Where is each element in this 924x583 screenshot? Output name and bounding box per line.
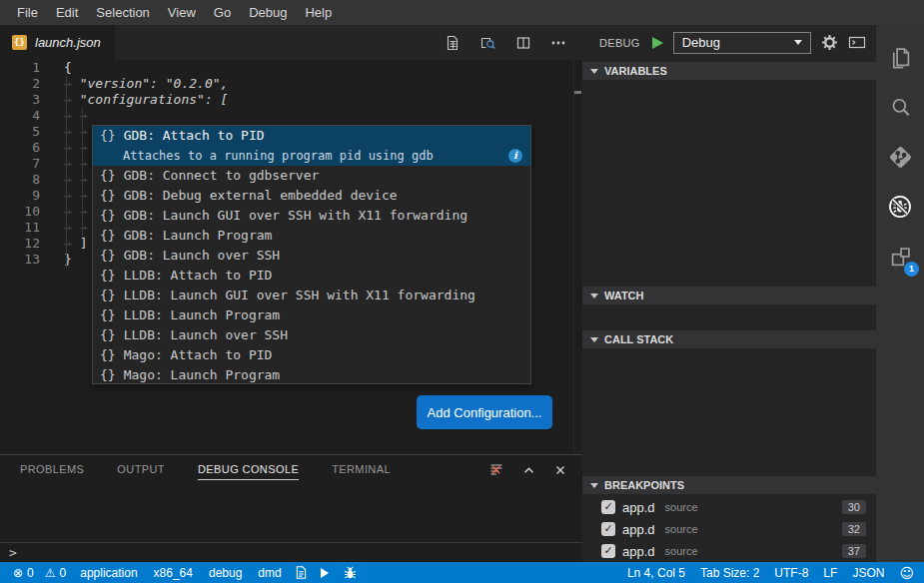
whitespace-arrows: → → bbox=[64, 140, 95, 155]
breakpoint-row[interactable]: ✓app.dsource30 bbox=[582, 496, 876, 518]
breakpoint-row[interactable]: ✓app.dsource32 bbox=[582, 518, 876, 540]
snippet-icon: {} bbox=[100, 228, 116, 244]
suggest-item[interactable]: {}GDB: Launch Program bbox=[93, 226, 530, 246]
suggest-item-label: GDB: Debug external embedded device bbox=[124, 188, 398, 204]
debug-console-input[interactable]: > bbox=[0, 542, 582, 562]
debug-icon[interactable] bbox=[876, 182, 924, 232]
breakpoint-checkbox[interactable]: ✓ bbox=[601, 522, 615, 536]
suggest-item-label: LLDB: Attach to PID bbox=[124, 268, 273, 284]
more-actions-icon[interactable] bbox=[550, 35, 566, 51]
menu-item-selection[interactable]: Selection bbox=[87, 5, 158, 20]
document-grid-icon[interactable] bbox=[445, 35, 461, 51]
open-debug-console-icon[interactable] bbox=[848, 35, 866, 50]
editor-line[interactable]: 4→ → bbox=[0, 108, 582, 124]
suggest-item[interactable]: {}LLDB: Launch GUI over SSH with X11 for… bbox=[93, 286, 530, 305]
whitespace-arrows: → → bbox=[64, 188, 95, 203]
suggest-item[interactable]: {}GDB: Connect to gdbserver bbox=[93, 166, 530, 186]
maximize-panel-icon[interactable] bbox=[521, 463, 536, 481]
suggest-item[interactable]: {}LLDB: Launch over SSH bbox=[93, 325, 530, 345]
status-item-debug[interactable]: debug bbox=[209, 566, 242, 580]
section-label: BREAKPOINTS bbox=[604, 479, 684, 491]
configure-gear-icon[interactable] bbox=[821, 34, 838, 51]
suggest-item[interactable]: {}GDB: Launch over SSH bbox=[93, 246, 530, 266]
breakpoint-checkbox[interactable]: ✓ bbox=[601, 544, 615, 558]
section-variables[interactable]: VARIABLES bbox=[582, 62, 876, 80]
suggest-item[interactable]: {}GDB: Launch GUI over SSH with X11 forw… bbox=[93, 206, 530, 226]
console-prompt: > bbox=[9, 545, 17, 560]
panel-tab-terminal[interactable]: TERMINAL bbox=[332, 463, 391, 480]
menu-item-view[interactable]: View bbox=[159, 5, 205, 20]
add-configuration-button[interactable]: Add Configuration... bbox=[417, 395, 552, 429]
chevron-down-icon bbox=[794, 40, 802, 45]
editor-line[interactable]: 3→ "configurations": [ bbox=[0, 92, 582, 108]
suggest-item[interactable]: {}GDB: Debug external embedded device bbox=[93, 186, 530, 206]
menu-item-debug[interactable]: Debug bbox=[240, 5, 296, 20]
status-item-dmd[interactable]: dmd bbox=[258, 566, 281, 580]
editor-line[interactable]: 2→ "version": "0.2.0", bbox=[0, 76, 582, 92]
explorer-icon[interactable] bbox=[876, 32, 924, 82]
suggest-item[interactable]: {}Mago: Attach to PID bbox=[93, 345, 530, 365]
menu-item-file[interactable]: File bbox=[8, 5, 47, 20]
status-item-tab-size-2[interactable]: Tab Size: 2 bbox=[700, 566, 759, 580]
line-content: → → bbox=[40, 188, 95, 204]
workbench: {} launch.json bbox=[0, 25, 924, 562]
menu-item-go[interactable]: Go bbox=[205, 5, 240, 20]
line-number: 1 bbox=[0, 60, 40, 76]
panel-tab-problems[interactable]: PROBLEMS bbox=[20, 463, 84, 480]
breakpoint-type: source bbox=[665, 501, 698, 513]
breakpoint-checkbox[interactable]: ✓ bbox=[601, 500, 615, 514]
feedback-smiley-icon[interactable]: ☺ bbox=[899, 565, 914, 581]
run-icon[interactable] bbox=[321, 568, 329, 578]
start-debugging-icon[interactable] bbox=[652, 37, 663, 49]
section-watch[interactable]: WATCH bbox=[582, 287, 876, 304]
selected-configuration: Debug bbox=[682, 35, 720, 50]
line-number: 5 bbox=[0, 124, 40, 140]
menu-item-help[interactable]: Help bbox=[296, 5, 341, 20]
status-item-ln-4-col-5[interactable]: Ln 4, Col 5 bbox=[627, 566, 685, 580]
suggest-item[interactable]: {}Mago: Launch Program bbox=[93, 365, 530, 385]
panel-tab-debug-console[interactable]: DEBUG CONSOLE bbox=[198, 463, 299, 480]
status-item-utf-8[interactable]: UTF-8 bbox=[774, 566, 808, 580]
clear-console-icon[interactable] bbox=[488, 462, 504, 482]
status-item-x86_64[interactable]: x86_64 bbox=[154, 566, 193, 580]
error-icon: ⊗ bbox=[13, 566, 23, 580]
menu-item-edit[interactable]: Edit bbox=[47, 5, 87, 20]
breakpoint-row[interactable]: ✓app.dsource37 bbox=[582, 540, 876, 562]
tab-launch-json[interactable]: {} launch.json bbox=[0, 25, 115, 60]
section-breakpoints[interactable]: BREAKPOINTS bbox=[582, 476, 876, 494]
editor-line[interactable]: 1{ bbox=[0, 60, 582, 76]
extensions-icon[interactable]: 1 bbox=[876, 232, 924, 282]
status-item-lf[interactable]: LF bbox=[823, 566, 837, 580]
debug-configuration-select[interactable]: Debug bbox=[673, 32, 811, 54]
error-count: 0 bbox=[27, 566, 34, 580]
line-number: 7 bbox=[0, 156, 40, 172]
breakpoint-file: app.d bbox=[622, 544, 655, 559]
section-label: WATCH bbox=[604, 290, 644, 301]
snippet-icon: {} bbox=[100, 347, 116, 363]
split-editor-icon[interactable] bbox=[515, 35, 531, 51]
document-icon[interactable] bbox=[296, 566, 307, 579]
close-panel-icon[interactable] bbox=[553, 463, 567, 481]
code-editor[interactable]: 1{2→ "version": "0.2.0",3→ "configuratio… bbox=[0, 60, 582, 454]
search-icon[interactable] bbox=[876, 82, 924, 132]
problems-status[interactable]: ⊗ 0 ⚠ 0 bbox=[13, 566, 66, 580]
find-in-file-icon[interactable] bbox=[479, 35, 496, 51]
snippet-icon: {} bbox=[100, 128, 116, 144]
source-control-icon[interactable] bbox=[876, 132, 924, 182]
status-item-application[interactable]: application bbox=[80, 566, 137, 580]
variables-body bbox=[582, 80, 876, 287]
section-call-stack[interactable]: CALL STACK bbox=[582, 330, 876, 348]
snippet-icon: {} bbox=[100, 208, 116, 224]
tab-bar: {} launch.json bbox=[0, 25, 582, 60]
suggest-selected-detail: Attaches to a running program pid using … bbox=[123, 148, 434, 164]
status-item-json[interactable]: JSON bbox=[852, 566, 884, 580]
suggest-item[interactable]: {}LLDB: Launch Program bbox=[93, 305, 530, 325]
suggest-item[interactable]: {}LLDB: Attach to PID bbox=[93, 266, 530, 286]
debug-console-output bbox=[0, 488, 582, 542]
panel-tab-output[interactable]: OUTPUT bbox=[117, 463, 165, 480]
bug-icon[interactable] bbox=[343, 566, 358, 580]
info-icon[interactable]: i bbox=[508, 149, 522, 163]
suggest-item-selected[interactable]: {} GDB: Attach to PID Attaches to a runn… bbox=[93, 126, 530, 166]
line-content: → → bbox=[40, 140, 95, 156]
breakpoint-file: app.d bbox=[622, 522, 655, 537]
